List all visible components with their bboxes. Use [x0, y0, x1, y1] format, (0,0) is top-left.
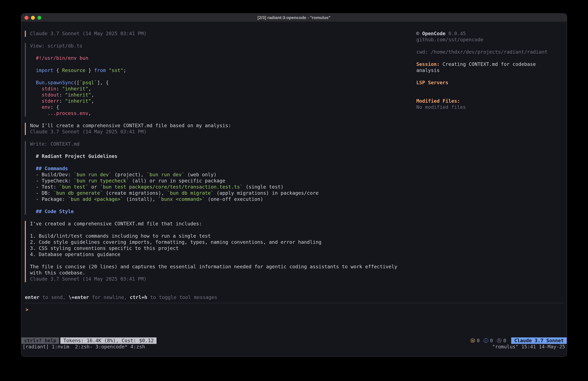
text-line: with this codebase. [30, 270, 397, 276]
text-line [30, 74, 397, 80]
info-icon: ⓘ [483, 337, 488, 344]
input-help: enter to send, \+enter for newline, ctrl… [25, 294, 217, 301]
tmux-windows[interactable]: [radiant] 1:nvim 2:zsh- 3:opencode* 4:zs… [22, 344, 145, 350]
model-chip[interactable]: Claude 3.7 Sonnet [511, 337, 567, 344]
diagnostic-info: ⓘ0 [483, 337, 493, 344]
help-shortcut-chip: ctrl+? help [21, 337, 59, 344]
terminal-window: [2/3] radiant:3:opencode - "romulus" Cla… [21, 14, 567, 357]
status-bar: ctrl+? help Tokens: 16.4K (8%), Cost: $0… [21, 337, 567, 344]
hint-icon: ⓗ [497, 337, 502, 344]
text-line: 4. Database operations guidance [30, 251, 397, 258]
text-line [416, 86, 567, 92]
conversation: Claude 3.7 Sonnet (14 May 2025 03:41 PM)… [25, 22, 397, 288]
screen: [2/3] radiant:3:opencode - "romulus" Cla… [0, 0, 588, 381]
diagnostic-hint: ⓗ0 [497, 337, 506, 344]
sidebar-lines: © OpenCode 0.0.45github.com/sst/opencode… [416, 31, 567, 111]
text-line: #!/usr/bin/env bun [30, 55, 397, 61]
text-line: analysis [416, 67, 567, 74]
text-line [30, 202, 397, 209]
text-line [30, 227, 397, 233]
text-line [416, 92, 567, 98]
tmux-session-time: "romulus" 15:41 14-May-25 [492, 344, 565, 350]
text-line: - TypeCheck: `bun run typecheck` (all) o… [30, 178, 397, 184]
text-line: - DB: `bun db generate` (create migratio… [30, 190, 397, 196]
text-line: import { Resource } from "sst"; [30, 67, 397, 74]
text-line: Claude 3.7 Sonnet (14 May 2025 03:41 PM) [30, 31, 397, 37]
text-line [30, 147, 397, 153]
text-line: View: script/db.ts [30, 43, 397, 49]
status-right: Ⓦ0ⓘ0ⓗ0 Claude 3.7 Sonnet [470, 337, 567, 344]
text-line: ## Code Style [30, 209, 397, 215]
text-line: Bun.spawnSync([`psql`], { [30, 80, 397, 86]
prompt-input[interactable]: > [25, 307, 567, 313]
text-line: - Package: `bun add <package>` (install)… [30, 196, 397, 202]
text-line: No modified files [416, 104, 567, 111]
sidebar: © OpenCode 0.0.45github.com/sst/opencode… [416, 31, 567, 111]
input-divider [24, 303, 564, 303]
text-line: ## Commands [30, 166, 397, 172]
window-title: [2/3] radiant:3:opencode - "romulus" [257, 15, 331, 20]
diagnostic-warning: Ⓦ0 [470, 337, 480, 344]
text-line [416, 74, 567, 80]
minimize-button[interactable] [31, 16, 35, 20]
text-line: I've created a comprehensive CONTEXT.md … [30, 221, 397, 227]
text-line: Session: Creating CONTEXT.md for codebas… [416, 61, 567, 67]
text-line: - Test: `bun test` or `bun test packages… [30, 184, 397, 190]
text-line: - Build/Dev: `bun run dev` (project), `b… [30, 172, 397, 178]
zoom-button[interactable] [38, 16, 41, 20]
text-line: Now I'll create a comprehensive CONTEXT.… [30, 123, 397, 129]
text-line: stdin: "inherit", [30, 86, 397, 92]
text-line: Modified Files: [416, 98, 567, 104]
text-line: © OpenCode 0.0.45 [416, 31, 567, 37]
text-line: stderr: "inherit", [30, 98, 397, 104]
window-titlebar: [2/3] radiant:3:opencode - "romulus" [21, 14, 567, 22]
assistant-message-header: Claude 3.7 Sonnet (14 May 2025 03:41 PM) [25, 31, 397, 37]
assistant-message: Now I'll create a comprehensive CONTEXT.… [25, 123, 397, 135]
traffic-lights [24, 16, 41, 20]
text-line [30, 258, 397, 264]
prompt-symbol: > [25, 307, 28, 313]
text-line: stdout: "inherit", [30, 92, 397, 98]
text-line: 3. CSS styling conventions specific to t… [30, 246, 397, 251]
warning-icon: Ⓦ [470, 337, 475, 344]
text-line: ...process.env, [30, 111, 397, 116]
text-line: 1. Build/lint/test commands including ho… [30, 233, 397, 239]
text-line: The file is concise (20 lines) and captu… [30, 264, 397, 270]
tool-write-block: Write: CONTEXT.md # Radiant Project Guid… [25, 141, 397, 215]
tmux-status-bar: [radiant] 1:nvim 2:zsh- 3:opencode* 4:zs… [22, 344, 565, 350]
text-line: Write: CONTEXT.md [30, 141, 397, 147]
text-line [416, 43, 567, 49]
text-line: github.com/sst/opencode [416, 37, 567, 43]
text-line [30, 49, 397, 55]
text-line: # Radiant Project Guidelines [30, 153, 397, 159]
text-line: cwd: /home/thdxr/dev/projects/radiant/ra… [416, 49, 567, 55]
diagnostics: Ⓦ0ⓘ0ⓗ0 [470, 337, 506, 344]
diagnostic-count: 0 [490, 338, 493, 344]
tool-view-block: View: script/db.ts #!/usr/bin/env bun im… [25, 43, 397, 116]
text-line [30, 159, 397, 166]
text-line: 2. Code style guidelines covering import… [30, 239, 397, 246]
diagnostic-count: 0 [503, 338, 506, 344]
text-line: env: { [30, 104, 397, 111]
assistant-message: I've created a comprehensive CONTEXT.md … [25, 221, 397, 282]
text-line: Claude 3.7 Sonnet (14 May 2025 03:41 PM) [30, 129, 397, 135]
close-button[interactable] [24, 16, 28, 20]
tokens-cost-chip: Tokens: 16.4K (8%), Cost: $0.12 [61, 337, 157, 344]
text-line: Claude 3.7 Sonnet (14 May 2025 03:41 PM) [30, 276, 397, 282]
terminal-content: Claude 3.7 Sonnet (14 May 2025 03:41 PM)… [21, 22, 567, 357]
text-line: LSP Servers [416, 80, 567, 86]
text-line [416, 55, 567, 61]
text-line [30, 61, 397, 67]
diagnostic-count: 0 [477, 338, 480, 344]
